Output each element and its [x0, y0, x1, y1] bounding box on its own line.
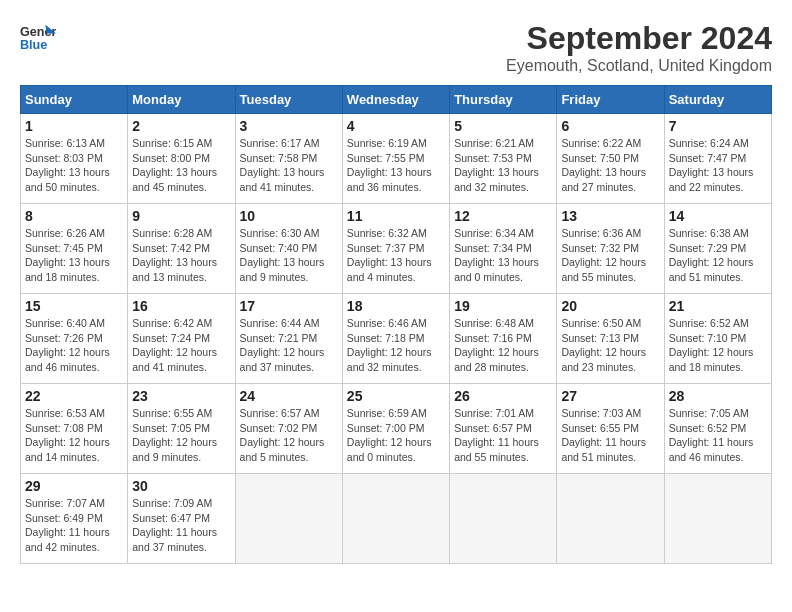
- day-number: 20: [561, 298, 659, 314]
- day-number: 29: [25, 478, 123, 494]
- calendar-cell: 16Sunrise: 6:42 AMSunset: 7:24 PMDayligh…: [128, 294, 235, 384]
- calendar-cell: 29Sunrise: 7:07 AMSunset: 6:49 PMDayligh…: [21, 474, 128, 564]
- page-subtitle: Eyemouth, Scotland, United Kingdom: [506, 57, 772, 75]
- day-info: Sunrise: 6:19 AMSunset: 7:55 PMDaylight:…: [347, 136, 445, 195]
- day-number: 2: [132, 118, 230, 134]
- calendar-week-4: 22Sunrise: 6:53 AMSunset: 7:08 PMDayligh…: [21, 384, 772, 474]
- day-number: 13: [561, 208, 659, 224]
- day-info: Sunrise: 6:50 AMSunset: 7:13 PMDaylight:…: [561, 316, 659, 375]
- calendar-cell: 23Sunrise: 6:55 AMSunset: 7:05 PMDayligh…: [128, 384, 235, 474]
- svg-text:Blue: Blue: [20, 38, 47, 52]
- calendar-cell: 2Sunrise: 6:15 AMSunset: 8:00 PMDaylight…: [128, 114, 235, 204]
- calendar-cell: 27Sunrise: 7:03 AMSunset: 6:55 PMDayligh…: [557, 384, 664, 474]
- day-info: Sunrise: 6:28 AMSunset: 7:42 PMDaylight:…: [132, 226, 230, 285]
- header-cell-thursday: Thursday: [450, 86, 557, 114]
- header-row: SundayMondayTuesdayWednesdayThursdayFrid…: [21, 86, 772, 114]
- header-cell-tuesday: Tuesday: [235, 86, 342, 114]
- header-cell-friday: Friday: [557, 86, 664, 114]
- day-info: Sunrise: 6:21 AMSunset: 7:53 PMDaylight:…: [454, 136, 552, 195]
- day-info: Sunrise: 6:53 AMSunset: 7:08 PMDaylight:…: [25, 406, 123, 465]
- day-number: 28: [669, 388, 767, 404]
- header-cell-monday: Monday: [128, 86, 235, 114]
- day-number: 4: [347, 118, 445, 134]
- calendar-cell: 17Sunrise: 6:44 AMSunset: 7:21 PMDayligh…: [235, 294, 342, 384]
- calendar-cell: 26Sunrise: 7:01 AMSunset: 6:57 PMDayligh…: [450, 384, 557, 474]
- header-cell-sunday: Sunday: [21, 86, 128, 114]
- day-number: 24: [240, 388, 338, 404]
- calendar-cell: 8Sunrise: 6:26 AMSunset: 7:45 PMDaylight…: [21, 204, 128, 294]
- calendar-week-5: 29Sunrise: 7:07 AMSunset: 6:49 PMDayligh…: [21, 474, 772, 564]
- calendar-week-3: 15Sunrise: 6:40 AMSunset: 7:26 PMDayligh…: [21, 294, 772, 384]
- day-info: Sunrise: 7:03 AMSunset: 6:55 PMDaylight:…: [561, 406, 659, 465]
- day-number: 8: [25, 208, 123, 224]
- calendar-cell: 18Sunrise: 6:46 AMSunset: 7:18 PMDayligh…: [342, 294, 449, 384]
- day-number: 1: [25, 118, 123, 134]
- day-number: 7: [669, 118, 767, 134]
- day-info: Sunrise: 6:30 AMSunset: 7:40 PMDaylight:…: [240, 226, 338, 285]
- day-number: 10: [240, 208, 338, 224]
- page-title: September 2024: [506, 20, 772, 57]
- day-number: 3: [240, 118, 338, 134]
- day-info: Sunrise: 6:34 AMSunset: 7:34 PMDaylight:…: [454, 226, 552, 285]
- day-info: Sunrise: 6:13 AMSunset: 8:03 PMDaylight:…: [25, 136, 123, 195]
- day-info: Sunrise: 6:42 AMSunset: 7:24 PMDaylight:…: [132, 316, 230, 375]
- calendar-body: 1Sunrise: 6:13 AMSunset: 8:03 PMDaylight…: [21, 114, 772, 564]
- calendar-table: SundayMondayTuesdayWednesdayThursdayFrid…: [20, 85, 772, 564]
- day-info: Sunrise: 6:44 AMSunset: 7:21 PMDaylight:…: [240, 316, 338, 375]
- calendar-cell: 1Sunrise: 6:13 AMSunset: 8:03 PMDaylight…: [21, 114, 128, 204]
- day-number: 21: [669, 298, 767, 314]
- calendar-cell: 5Sunrise: 6:21 AMSunset: 7:53 PMDaylight…: [450, 114, 557, 204]
- calendar-cell: 10Sunrise: 6:30 AMSunset: 7:40 PMDayligh…: [235, 204, 342, 294]
- day-number: 23: [132, 388, 230, 404]
- calendar-cell: [557, 474, 664, 564]
- calendar-cell: [450, 474, 557, 564]
- logo: General Blue: [20, 20, 56, 56]
- calendar-cell: [235, 474, 342, 564]
- calendar-cell: 12Sunrise: 6:34 AMSunset: 7:34 PMDayligh…: [450, 204, 557, 294]
- day-number: 6: [561, 118, 659, 134]
- day-number: 5: [454, 118, 552, 134]
- calendar-cell: [664, 474, 771, 564]
- calendar-cell: 28Sunrise: 7:05 AMSunset: 6:52 PMDayligh…: [664, 384, 771, 474]
- day-number: 30: [132, 478, 230, 494]
- day-info: Sunrise: 6:52 AMSunset: 7:10 PMDaylight:…: [669, 316, 767, 375]
- calendar-cell: 22Sunrise: 6:53 AMSunset: 7:08 PMDayligh…: [21, 384, 128, 474]
- calendar-cell: 25Sunrise: 6:59 AMSunset: 7:00 PMDayligh…: [342, 384, 449, 474]
- calendar-cell: 3Sunrise: 6:17 AMSunset: 7:58 PMDaylight…: [235, 114, 342, 204]
- day-info: Sunrise: 6:22 AMSunset: 7:50 PMDaylight:…: [561, 136, 659, 195]
- calendar-cell: 9Sunrise: 6:28 AMSunset: 7:42 PMDaylight…: [128, 204, 235, 294]
- day-info: Sunrise: 7:07 AMSunset: 6:49 PMDaylight:…: [25, 496, 123, 555]
- day-info: Sunrise: 6:46 AMSunset: 7:18 PMDaylight:…: [347, 316, 445, 375]
- day-info: Sunrise: 6:17 AMSunset: 7:58 PMDaylight:…: [240, 136, 338, 195]
- day-info: Sunrise: 6:40 AMSunset: 7:26 PMDaylight:…: [25, 316, 123, 375]
- day-info: Sunrise: 6:15 AMSunset: 8:00 PMDaylight:…: [132, 136, 230, 195]
- calendar-cell: 20Sunrise: 6:50 AMSunset: 7:13 PMDayligh…: [557, 294, 664, 384]
- day-info: Sunrise: 6:26 AMSunset: 7:45 PMDaylight:…: [25, 226, 123, 285]
- day-number: 14: [669, 208, 767, 224]
- calendar-week-2: 8Sunrise: 6:26 AMSunset: 7:45 PMDaylight…: [21, 204, 772, 294]
- day-number: 15: [25, 298, 123, 314]
- day-info: Sunrise: 6:59 AMSunset: 7:00 PMDaylight:…: [347, 406, 445, 465]
- day-number: 9: [132, 208, 230, 224]
- day-number: 18: [347, 298, 445, 314]
- calendar-header: SundayMondayTuesdayWednesdayThursdayFrid…: [21, 86, 772, 114]
- day-number: 22: [25, 388, 123, 404]
- calendar-cell: [342, 474, 449, 564]
- calendar-week-1: 1Sunrise: 6:13 AMSunset: 8:03 PMDaylight…: [21, 114, 772, 204]
- day-info: Sunrise: 6:32 AMSunset: 7:37 PMDaylight:…: [347, 226, 445, 285]
- day-info: Sunrise: 6:55 AMSunset: 7:05 PMDaylight:…: [132, 406, 230, 465]
- calendar-cell: 24Sunrise: 6:57 AMSunset: 7:02 PMDayligh…: [235, 384, 342, 474]
- day-info: Sunrise: 6:38 AMSunset: 7:29 PMDaylight:…: [669, 226, 767, 285]
- calendar-cell: 6Sunrise: 6:22 AMSunset: 7:50 PMDaylight…: [557, 114, 664, 204]
- title-area: September 2024 Eyemouth, Scotland, Unite…: [506, 20, 772, 75]
- day-number: 26: [454, 388, 552, 404]
- page-header: General Blue September 2024 Eyemouth, Sc…: [20, 20, 772, 75]
- day-number: 17: [240, 298, 338, 314]
- day-info: Sunrise: 6:36 AMSunset: 7:32 PMDaylight:…: [561, 226, 659, 285]
- calendar-cell: 7Sunrise: 6:24 AMSunset: 7:47 PMDaylight…: [664, 114, 771, 204]
- day-number: 19: [454, 298, 552, 314]
- day-info: Sunrise: 6:48 AMSunset: 7:16 PMDaylight:…: [454, 316, 552, 375]
- logo-icon: General Blue: [20, 20, 56, 56]
- day-number: 12: [454, 208, 552, 224]
- day-info: Sunrise: 7:01 AMSunset: 6:57 PMDaylight:…: [454, 406, 552, 465]
